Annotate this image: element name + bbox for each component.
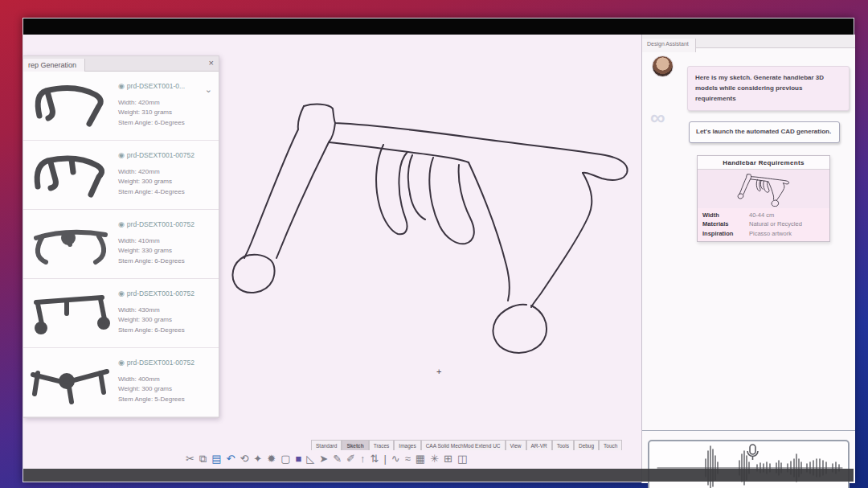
model-width: Width: 400mm: [118, 375, 214, 384]
requirement-value: 40-44 cm: [749, 211, 825, 219]
wave-icon[interactable]: ≈: [405, 451, 411, 464]
pencil-icon[interactable]: ✐: [346, 451, 355, 464]
requirement-value: Natural or Recycled: [749, 219, 825, 228]
requirement-label: Materials: [702, 219, 749, 228]
model-stem-angle: Stem Angle: 6-Degrees: [118, 118, 214, 128]
part-icon: ◉: [118, 289, 125, 297]
handlebar-requirements-card: Handlebar Requirements Width 40-44 cm Ma…: [697, 155, 830, 242]
design-assistant-tab[interactable]: Design Assistant: [642, 39, 696, 52]
handlebar-sketch: [226, 81, 636, 355]
grid-icon[interactable]: ▦: [416, 451, 425, 464]
model-name: prd-DSEXT001-00752: [127, 359, 194, 367]
line-tool-icon[interactable]: |: [383, 451, 386, 464]
star-tool-icon[interactable]: ✦: [253, 451, 262, 464]
tab-view[interactable]: View: [506, 440, 526, 450]
toolbar-icon-row: ✂ ⧉ ▤ ↶ ⟲ ✦ ✹ ▢ ■ ◺ ➤ ✎ ✐ ↑ ⇅ | ∿ ≈ ▦ ✳ …: [186, 451, 642, 464]
swatch-icon[interactable]: ■: [295, 451, 301, 464]
requirement-label: Width: [702, 211, 749, 219]
part-icon: ◉: [118, 151, 125, 159]
history-icon[interactable]: ⟲: [240, 451, 248, 464]
snap-icon[interactable]: ✹: [267, 451, 276, 464]
requirements-title: Handlebar Requirements: [698, 156, 829, 170]
model-list-item[interactable]: ◉prd-DSEXT001-00752 Width: 420mm Weight:…: [23, 141, 219, 210]
model-stem-angle: Stem Angle: 4-Degrees: [118, 187, 214, 197]
tab-ar-vr[interactable]: AR-VR: [526, 440, 552, 450]
pointer-icon[interactable]: ➤: [319, 451, 328, 464]
user-avatar: [652, 55, 674, 77]
arrow-swap-icon[interactable]: ⇅: [371, 451, 379, 464]
workbench-tab-bar: Standard Sketch Traces Images CAA Solid …: [311, 440, 622, 450]
requirement-value: Picasso artwork: [749, 229, 825, 238]
tab-traces[interactable]: Traces: [369, 440, 395, 450]
model-width: Width: 420mm: [118, 98, 214, 108]
tab-standard[interactable]: Standard: [311, 440, 342, 450]
pen-icon[interactable]: ✎: [333, 451, 342, 464]
model-thumbnail: [23, 285, 118, 342]
design-assistant-panel: Design Assistant Here is my sketch. Gene…: [641, 35, 855, 483]
model-list-item[interactable]: ◉prd-DSEXT001-00752 Width: 430mm Weight:…: [23, 279, 219, 348]
assistant-avatar-icon: ∞: [650, 105, 665, 130]
design-assistant-header: Design Assistant: [642, 35, 855, 48]
stack-icon[interactable]: ◫: [457, 451, 467, 464]
arrow-up-icon[interactable]: ↑: [360, 451, 366, 464]
model-list-item[interactable]: ◉prd-DSEXT001-0... Width: 420mm Weight: …: [23, 72, 219, 141]
rep-generation-panel: rep Generation × ◉prd-DSEXT001-0... Widt…: [23, 55, 219, 418]
model-width: Width: 430mm: [118, 306, 214, 315]
requirement-row: Inspiration Picasso artwork: [698, 229, 829, 238]
microphone-icon: [747, 445, 758, 460]
asterisk-tool-icon[interactable]: ✳: [430, 451, 439, 464]
model-list-item[interactable]: ◉prd-DSEXT001-00752 Width: 400mm Weight:…: [23, 348, 219, 417]
requirement-label: Inspiration: [702, 229, 749, 238]
assistant-chat-message: Let's launch the automated CAD generatio…: [689, 121, 840, 143]
panel-divider: [642, 430, 855, 431]
model-name: prd-DSEXT001-0...: [127, 82, 185, 90]
tab-images[interactable]: Images: [394, 440, 420, 450]
new-sheet-icon[interactable]: ▢: [280, 451, 290, 464]
copy-icon[interactable]: ⧉: [199, 451, 207, 464]
part-icon: ◉: [118, 359, 125, 367]
model-width: Width: 420mm: [118, 167, 214, 177]
requirements-sketch-thumbnail: [698, 170, 829, 208]
model-thumbnail: [23, 215, 118, 273]
tab-debug[interactable]: Debug: [574, 440, 599, 450]
paste-icon[interactable]: ▤: [211, 451, 221, 464]
model-list-item[interactable]: ◉prd-DSEXT001-00752 Width: 410mm Weight:…: [23, 210, 219, 279]
model-thumbnail: [23, 354, 118, 411]
model-weight: Weight: 300 grams: [118, 384, 214, 394]
panel-grid-icon[interactable]: ⊞: [444, 451, 452, 464]
cad-app-window: + rep Generation × ◉prd-DSEXT001-0... Wi…: [23, 18, 854, 482]
model-stem-angle: Stem Angle: 5-Degrees: [118, 395, 214, 404]
model-thumbnail: [23, 77, 118, 134]
requirement-row: Materials Natural or Recycled: [698, 219, 829, 228]
part-icon: ◉: [118, 220, 125, 228]
model-width: Width: 410mm: [118, 236, 214, 246]
requirement-row: Width 40-44 cm: [698, 211, 829, 219]
video-scrubber-bar[interactable]: [23, 469, 854, 482]
tab-tools[interactable]: Tools: [552, 440, 574, 450]
part-icon: ◉: [118, 82, 125, 90]
model-weight: Weight: 300 grams: [118, 315, 214, 325]
model-name: prd-DSEXT001-00752: [127, 151, 194, 159]
window-title-bar: [23, 18, 854, 35]
rep-generation-header: rep Generation ×: [23, 56, 219, 72]
model-stem-angle: Stem Angle: 6-Degrees: [118, 326, 214, 335]
model-weight: Weight: 300 grams: [118, 177, 214, 187]
triangle-select-icon[interactable]: ◺: [306, 451, 314, 464]
chevron-down-icon[interactable]: ⌄: [205, 84, 212, 95]
canvas-crosshair: +: [436, 367, 441, 376]
model-name: prd-DSEXT001-00752: [127, 220, 194, 228]
close-icon[interactable]: ×: [209, 58, 214, 68]
spline-icon[interactable]: ∿: [391, 451, 400, 464]
tab-caa-solid-mechmod[interactable]: CAA Solid MechMod Extend UC: [421, 440, 506, 450]
model-weight: Weight: 330 grams: [118, 246, 214, 256]
cut-icon[interactable]: ✂: [186, 451, 194, 464]
model-weight: Weight: 310 grams: [118, 108, 214, 117]
model-stem-angle: Stem Angle: 6-Degrees: [118, 256, 214, 266]
tab-sketch[interactable]: Sketch: [342, 440, 368, 450]
undo-icon[interactable]: ↶: [227, 451, 235, 464]
model-thumbnail: [23, 146, 118, 203]
user-chat-message: Here is my sketch. Generate handlebar 3D…: [687, 66, 850, 111]
model-name: prd-DSEXT001-00752: [127, 289, 194, 297]
tab-touch[interactable]: Touch: [599, 440, 622, 450]
